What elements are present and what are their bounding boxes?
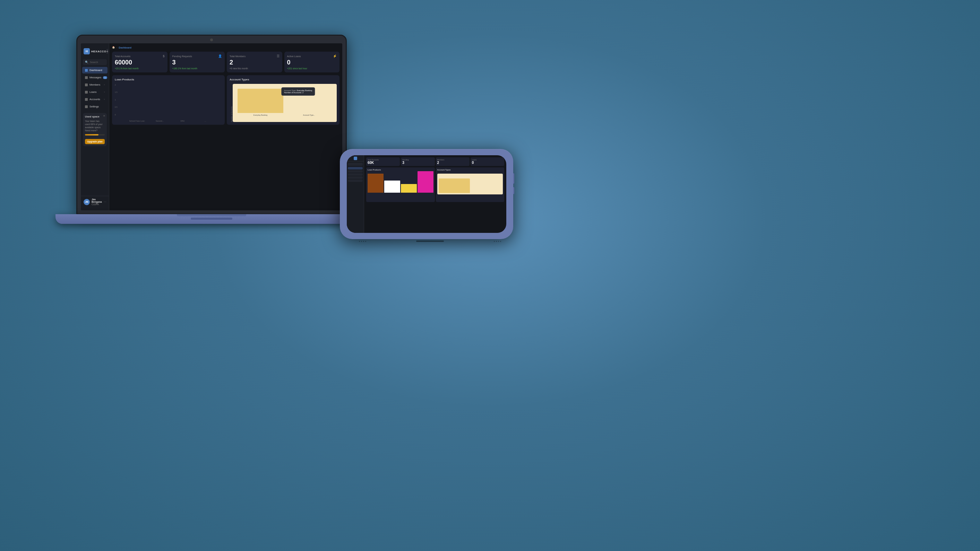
account-chart-area: Number of Accounts [229, 84, 337, 122]
phone-account-chart: Account Types [436, 167, 504, 202]
stat-card-total-accounts: Total Accounts $ 60000 +20.1% from last … [112, 52, 167, 72]
stat-card-header-pending: Pending Requests 👤 [172, 54, 222, 58]
phone-nav-5 [348, 179, 363, 182]
phone-account-title: Account Types [437, 169, 503, 171]
messages-icon [85, 76, 88, 79]
phone-bar-4 [417, 171, 433, 193]
phone-stat-value-loans: 0 [472, 161, 503, 165]
loan-chart-title: Loan Products [115, 78, 222, 81]
user-icon: 👤 [218, 54, 222, 58]
phone-stats-row: Total Accounts 60K Pending 3 Members 2 L… [366, 157, 504, 166]
sidebar-label-accounts: Accounts [89, 98, 100, 101]
loans-chevron: › [104, 91, 105, 93]
phone-nav-3 [348, 173, 363, 176]
stat-title-loans: Active Loans [287, 55, 301, 57]
phone-home-indicator [416, 240, 444, 242]
phone-screen: Total Accounts 60K Pending 3 Members 2 L… [347, 155, 506, 233]
account-chart-title: Account Types [229, 78, 337, 81]
sidebar-item-loans[interactable]: Loans › [82, 89, 108, 95]
members-chevron: › [104, 84, 105, 86]
y-label-0-5: 0.5 [115, 106, 119, 108]
sidebar: H HEXACCO + 🔍 Search Dashboard Messages … [81, 43, 109, 210]
stat-title-pending: Pending Requests [172, 55, 192, 57]
used-space-close-btn[interactable]: ✕ [103, 114, 105, 118]
phone-stat-accounts: Total Accounts 60K [366, 157, 400, 166]
laptop-base [56, 214, 368, 224]
used-space-card: Used space ✕ Your team has used 68% of y… [83, 113, 107, 146]
phone-loan-bars [368, 172, 433, 193]
phone-stat-loans: Loans 0 [471, 157, 504, 166]
laptop-camera [210, 38, 213, 41]
stats-row: Total Accounts $ 60000 +20.1% from last … [112, 52, 339, 72]
sidebar-item-members[interactable]: Members › [82, 81, 108, 88]
stat-change-loans: +201 since last hour [287, 67, 337, 70]
phone-speaker-right [494, 241, 501, 242]
sidebar-toggle-btn[interactable]: + [107, 49, 108, 54]
search-placeholder: Search [90, 60, 98, 64]
sidebar-label-messages: Messages [89, 76, 101, 79]
settings-icon [85, 105, 88, 108]
stat-title-accounts: Total Accounts [115, 55, 130, 57]
stat-card-header-loans: Active Loans ⚡ [287, 54, 337, 58]
tooltip-count-label: Number of Accounts: 2 [284, 92, 312, 94]
phone-nav-2 [348, 170, 363, 173]
phone-sidebar [347, 155, 364, 233]
dollar-icon: $ [163, 54, 164, 58]
loan-products-chart: Loan Products 2 1.5 1 0.5 0 [112, 75, 225, 125]
laptop-screen-inner: H HEXACCO + 🔍 Search Dashboard Messages … [81, 43, 342, 210]
y-label-0: 0 [115, 114, 119, 116]
phone-body: Total Accounts 60K Pending 3 Members 2 L… [340, 149, 513, 239]
upgrade-plan-button[interactable]: Upgrade plan [85, 139, 105, 144]
storage-progress-fill [85, 134, 99, 135]
user-profile: JB Jim Bengana CLERK ⋯ [81, 196, 109, 208]
stat-card-loans: Active Loans ⚡ 0 +201 since last hour [284, 52, 340, 72]
phone-stat-pending: Pending 3 [401, 157, 434, 166]
phone-bar-3 [401, 184, 417, 193]
user-menu-btn[interactable]: ⋯ [104, 200, 107, 203]
phone-bar-2 [384, 181, 400, 193]
main-content: 🏠 › Dashboard Total Accounts $ 60000 +20… [109, 43, 342, 210]
user-role: CLERK [92, 203, 102, 205]
account-y-label: Number of Accounts [229, 84, 233, 122]
breadcrumb-home: 🏠 [112, 46, 115, 49]
dashboard-icon [85, 69, 88, 72]
sidebar-item-messages[interactable]: Messages 1 [82, 74, 108, 81]
stat-card-header: Total Accounts $ [115, 54, 165, 58]
stat-card-pending: Pending Requests 👤 3 +180.1% from last m… [170, 52, 225, 72]
bar-label-dhu: DHU [172, 120, 193, 122]
stat-value-pending: 3 [172, 59, 222, 66]
sidebar-label-dashboard: Dashboard [89, 68, 102, 72]
sidebar-item-dashboard[interactable]: Dashboard [82, 67, 108, 73]
phone-account-bar [439, 178, 470, 193]
sidebar-item-accounts[interactable]: Accounts › [82, 96, 108, 103]
laptop-screen: H HEXACCO + 🔍 Search Dashboard Messages … [76, 35, 347, 215]
account-x-labels: Everyday Banking Account Type... [235, 114, 335, 116]
account-bar-everyday [237, 89, 283, 113]
phone-bar-1 [368, 174, 383, 193]
phone-nav-4 [348, 176, 363, 179]
phone-loan-chart: Loan Products [366, 167, 435, 202]
chart-tooltip: Account Type: Everyday Banking Number of… [281, 87, 315, 96]
stat-card-header-members: Total Members ☰ [229, 54, 280, 58]
stat-card-members: Total Members ☰ 2 +0 new this month [227, 52, 282, 72]
phone-sidebar-logo [347, 155, 364, 162]
user-info: Jim Bengana CLERK [92, 198, 102, 205]
breadcrumb-current: Dashboard [119, 46, 131, 49]
sidebar-item-settings[interactable]: Settings [82, 103, 108, 110]
y-label-1: 1 [115, 99, 119, 101]
activity-icon: ⚡ [333, 54, 337, 58]
stat-change-members: +0 new this month [229, 67, 280, 70]
x-label-type2: Account Type... [286, 114, 332, 116]
phone-stat-value-members: 2 [437, 161, 468, 165]
laptop-hinge [177, 214, 246, 216]
bar-label-other: ... [195, 120, 216, 122]
phone-account-area [437, 172, 503, 196]
stat-title-members: Total Members [229, 55, 245, 57]
phone-main: Total Accounts 60K Pending 3 Members 2 L… [364, 155, 506, 233]
stat-value-loans: 0 [287, 59, 337, 66]
loans-icon [85, 91, 88, 94]
phone-account-bg [437, 174, 503, 194]
search-box[interactable]: 🔍 Search [83, 59, 107, 65]
phone-side-button-1 [513, 173, 514, 184]
y-label-1-5: 1.5 [115, 91, 119, 93]
